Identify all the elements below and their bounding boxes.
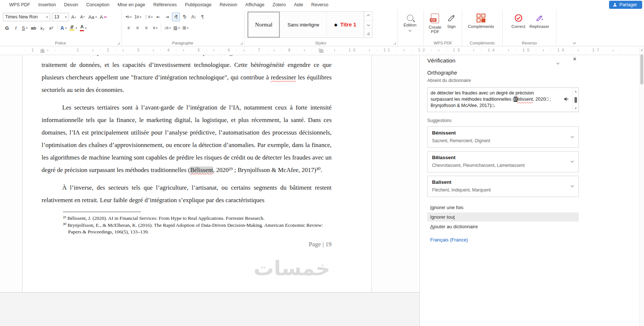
scroll-down-icon[interactable]: ▾ <box>575 105 576 111</box>
edition-button[interactable]: Édition <box>400 11 420 40</box>
collapse-ribbon-button[interactable] <box>573 41 576 44</box>
tab-conception[interactable]: Conception <box>82 2 113 7</box>
context-box[interactable]: de détecter les fraudes avec un degré de… <box>427 87 579 112</box>
styles-more-button[interactable] <box>364 29 372 37</box>
footnote-30[interactable]: ³⁰ Brynjolfsson, E., & McElheran, K. (20… <box>63 222 332 236</box>
align-right-button[interactable]: ≡ <box>142 24 150 32</box>
complements-button[interactable]: Compléments <box>465 11 497 40</box>
superscript-button[interactable]: x² <box>47 24 55 32</box>
panel-collapse-button[interactable] <box>557 59 559 65</box>
vertical-scrollbar[interactable]: ▴ <box>639 47 644 326</box>
ignore-once-button[interactable]: Ignorer une fois <box>427 203 579 212</box>
style-titre-1[interactable]: ◆ Titre 1 <box>327 12 364 37</box>
style-normal[interactable]: Normal <box>248 12 280 37</box>
misspelled-word-redessiner[interactable]: redessiner <box>271 74 296 81</box>
add-to-dictionary-button[interactable]: Ajouter au dictionnaire <box>427 222 579 231</box>
line-spacing-button[interactable]: ↕≡▾ <box>163 24 171 32</box>
font-color-button[interactable]: A▾ <box>79 24 88 32</box>
rephraser-button[interactable]: Rephraser <box>528 11 551 40</box>
document-page[interactable]: diversité des activités productives, le … <box>22 55 372 292</box>
tab-insertion[interactable]: Insertion <box>34 2 60 7</box>
font-size-combo[interactable]: 13 ▾ <box>52 13 69 21</box>
scrollbar-up-icon[interactable]: ▴ <box>640 47 644 51</box>
subscript-button[interactable]: x₂ <box>38 24 46 32</box>
suggestion-balisent[interactable]: Balisent Flèchent, Indiquent, Marquent <box>427 176 579 197</box>
left-to-right-button[interactable]: ›¶ <box>172 12 180 21</box>
sort-button[interactable]: A↕ <box>190 12 198 21</box>
ignore-all-button[interactable]: Ignorer tout <box>427 212 579 222</box>
panel-close-button[interactable]: × <box>573 56 576 62</box>
chevron-down-icon: ▾ <box>46 15 48 19</box>
tab-reverso[interactable]: Reverso <box>307 2 333 7</box>
ruler-markings: · 1 · ı · · · 1 · ı · 2 · ı · 3 · ı · 4 … <box>24 48 623 52</box>
chevron-down-icon[interactable] <box>571 135 574 138</box>
dialog-launcher-police[interactable] <box>117 42 120 44</box>
scroll-thumb[interactable] <box>574 97 577 103</box>
justify-button[interactable]: ≡▾ <box>151 24 159 32</box>
align-left-button[interactable]: ≡ <box>124 24 132 32</box>
styles-scroll-up-button[interactable] <box>364 12 372 21</box>
style-sans-interligne[interactable]: Sans interligne <box>280 12 327 37</box>
right-to-left-button[interactable]: ¶‹ <box>181 12 189 21</box>
tab-wps-pdf[interactable]: WPS PDF <box>5 2 34 7</box>
tab-publipostage[interactable]: Publipostage <box>181 2 215 7</box>
share-button[interactable]: Partager <box>609 1 642 9</box>
dialog-launcher-styles[interactable] <box>393 42 396 44</box>
multilevel-list-button[interactable]: ⋮≡▾ <box>143 12 153 21</box>
show-formatting-marks-button[interactable]: ¶ <box>198 12 206 21</box>
language-selector[interactable]: Français (France) <box>427 237 579 243</box>
tab-dessin[interactable]: Dessin <box>60 2 82 7</box>
decrease-indent-button[interactable]: ⇤ <box>154 12 162 21</box>
correct-button[interactable]: Correct <box>509 11 528 40</box>
increase-indent-button[interactable]: ⇥ <box>163 12 171 21</box>
borders-button[interactable]: ⊞▾ <box>181 24 189 32</box>
styles-gallery-scroll <box>364 11 372 38</box>
ribbon: Times New Ron ▾ 13 ▾ A▴ A▾ Aa▾ A G I S▾ … <box>0 10 644 46</box>
pdf-badge: PDF <box>430 18 436 22</box>
align-center-button[interactable]: ≡ <box>133 24 141 32</box>
suggestion-benissent[interactable]: Bénissent Sacrent, Remercient, Oignent <box>427 126 579 148</box>
highlight-color-button[interactable]: ▾ <box>68 24 78 32</box>
chevron-down-icon[interactable] <box>571 160 574 162</box>
speaker-icon[interactable] <box>563 96 570 104</box>
create-pdf-button[interactable]: PDF Create PDF <box>427 11 443 40</box>
text-effects-button[interactable]: A▾ <box>59 24 68 32</box>
separator <box>57 24 57 32</box>
bullet-list-button[interactable]: •≡▾ <box>124 12 132 21</box>
paragraph-2[interactable]: Les secteurs tertiaires sont à l’avant-g… <box>42 101 332 176</box>
tab-references[interactable]: Références <box>149 2 181 7</box>
context-scrollbar[interactable]: ▴ ▾ <box>573 88 578 112</box>
ribbon-group-complements: Compléments Compléments <box>462 10 503 46</box>
numbered-list-button[interactable]: 1≡▾ <box>133 12 142 21</box>
tab-affichage[interactable]: Affichage <box>241 2 269 7</box>
tab-mise-en-page[interactable]: Mise en page <box>113 2 149 7</box>
suggestion-word: Balisent <box>432 179 565 185</box>
clear-format-icon: A <box>100 14 103 20</box>
footnote-29[interactable]: ²⁹ Bélissent, J. (2020). AI in Financial… <box>63 215 332 222</box>
bold-button[interactable]: G <box>3 24 11 32</box>
shading-button[interactable]: ▨▾ <box>172 24 180 32</box>
scrollbar-thumb[interactable] <box>640 54 643 85</box>
paragraph-3[interactable]: À l’inverse, des secteurs tels que l’agr… <box>42 182 332 207</box>
chevron-down-icon[interactable] <box>571 184 574 187</box>
misspelled-word-belissent[interactable]: Bélissent <box>190 166 213 173</box>
tab-zotero[interactable]: Zotero <box>269 2 290 7</box>
suggestion-belassent[interactable]: Bêlassent Chevrotassent, Pleurnichassent… <box>427 151 579 172</box>
tab-revision[interactable]: Révision <box>216 2 241 7</box>
styles-scroll-down-button[interactable] <box>364 21 372 29</box>
shrink-font-button[interactable]: A▾ <box>78 12 86 21</box>
change-case-button[interactable]: Aa▾ <box>87 12 98 21</box>
dialog-launcher-paragraphe[interactable] <box>240 42 243 44</box>
italic-button[interactable]: I <box>12 24 20 32</box>
clear-formatting-button[interactable]: A <box>99 12 108 21</box>
underline-button[interactable]: S▾ <box>21 24 29 32</box>
chevron-down-icon: ▾ <box>65 15 67 19</box>
grow-font-button[interactable]: A▴ <box>70 12 78 21</box>
font-name-combo[interactable]: Times New Ron ▾ <box>3 13 50 21</box>
strikethrough-button[interactable]: ab <box>29 24 38 32</box>
paragraph-1[interactable]: traitement de données, et les capacités … <box>42 59 332 96</box>
scroll-up-icon[interactable]: ▴ <box>575 88 576 94</box>
tab-aide[interactable]: Aide <box>290 2 307 7</box>
sign-button[interactable]: Sign <box>443 11 460 40</box>
ruler[interactable]: · 1 · ı · · · 1 · ı · 2 · ı · 3 · ı · 4 … <box>0 46 644 55</box>
